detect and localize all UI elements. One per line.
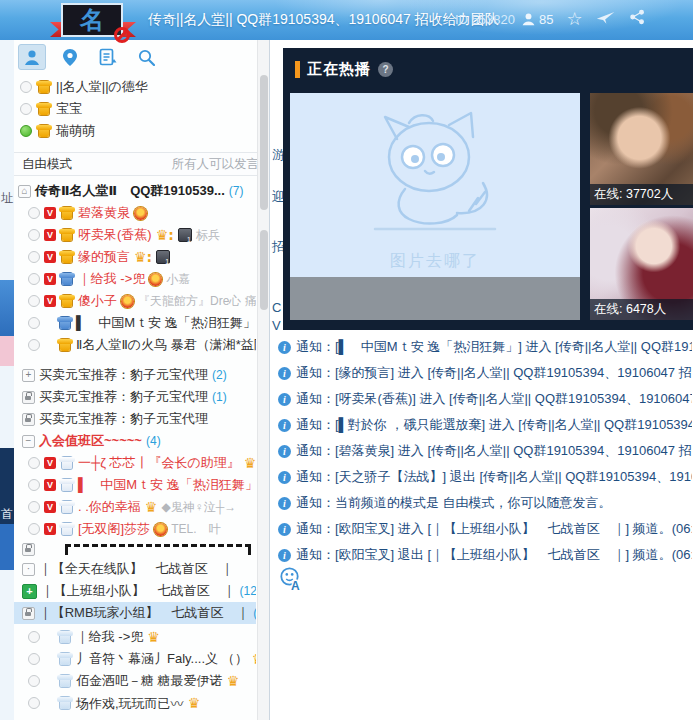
member-name: 一┼ζ 芯芯丨『会长の助理』 bbox=[78, 454, 240, 472]
member-name: . .你的幸福 bbox=[78, 498, 141, 516]
scrollbar-thumb[interactable] bbox=[260, 75, 268, 210]
fly-plane-icon[interactable] bbox=[596, 10, 616, 29]
member-suffix: 标兵 bbox=[196, 227, 220, 244]
gold-vest-icon bbox=[39, 81, 49, 93]
v-badge-icon bbox=[44, 273, 56, 285]
member-name: ｜给我 ->兜 bbox=[76, 628, 143, 646]
member-row[interactable]: ｜给我 ->兜 小嘉 bbox=[14, 268, 256, 290]
lightblue-vest-icon bbox=[60, 631, 70, 643]
team-channel-row[interactable]: ｜【上班组小队】 七战首区 ｜ (12) bbox=[14, 580, 256, 602]
member-row[interactable]: ▌ 中国Mｔ安 逸「热泪狂舞」 bbox=[14, 474, 256, 496]
promo-title: 正在热播 bbox=[307, 60, 371, 79]
channel-row[interactable]: 买卖元宝推荐：豹子元宝代理 (1) bbox=[14, 386, 256, 408]
member-row[interactable]: . .你的幸福 ◆鬼神♀泣┼→ bbox=[14, 496, 256, 518]
member-row[interactable]: 傻小子 『天龍館方』Dre心 痛 bbox=[14, 290, 256, 312]
lock-icon bbox=[22, 607, 35, 620]
member-row[interactable]: ｜给我 ->兜 bbox=[14, 626, 256, 648]
question-icon[interactable] bbox=[378, 62, 393, 77]
crown-icon bbox=[134, 250, 152, 264]
sidebar-scrollbar[interactable] bbox=[257, 40, 269, 720]
info-icon bbox=[278, 393, 291, 406]
location-pin-icon[interactable] bbox=[56, 44, 84, 70]
v-badge-icon bbox=[44, 479, 56, 491]
member-tab-icon[interactable] bbox=[18, 44, 46, 70]
channel-name: 传奇Ⅱ名人堂Ⅱ QQ群1910539... bbox=[35, 182, 225, 200]
clipped-chat-text: V bbox=[272, 318, 281, 333]
channel-row[interactable]: 买卖元宝推荐：豹子元宝代理 (2) bbox=[14, 364, 256, 386]
channel-name: ｜【RMB玩家小组】 七战首区 ｜ bbox=[39, 604, 249, 622]
notification-row: 通知：[▌ 中国Mｔ安 逸「热泪狂舞」] 进入 [传奇||名人堂|| QQ群19… bbox=[278, 334, 692, 360]
divider-channel-row[interactable] bbox=[14, 540, 256, 558]
channel-count: (7) bbox=[229, 184, 244, 198]
gold-vest-icon bbox=[39, 103, 49, 115]
status-radio bbox=[28, 317, 40, 329]
lock-icon bbox=[22, 391, 35, 404]
channel-header-row[interactable]: 传奇Ⅱ名人堂Ⅱ QQ群1910539... (7) bbox=[14, 180, 256, 202]
notification-row: 通知：当前频道的模式是 自由模式，你可以随意发言。 bbox=[278, 490, 692, 516]
status-radio bbox=[28, 229, 40, 241]
section-row[interactable]: 入会值班区~~~~~ (4) bbox=[14, 430, 256, 452]
favorite-star-icon[interactable]: ☆ bbox=[566, 10, 582, 28]
member-count: 85 bbox=[521, 12, 553, 27]
team-channel-row[interactable]: ｜【全天在线队】 七战首区 ｜ bbox=[14, 558, 256, 580]
live-thumbnail[interactable]: 在线: 6478人 bbox=[590, 208, 693, 320]
channel-count: (2) bbox=[212, 368, 227, 382]
member-row[interactable]: ▌ 中国Mｔ安 逸「热泪狂舞」 bbox=[14, 312, 256, 334]
status-radio bbox=[28, 697, 40, 709]
member-row[interactable]: 缘的预言 bbox=[14, 246, 256, 268]
section-name: 入会值班区~~~~~ bbox=[39, 432, 142, 450]
member-row[interactable]: 一┼ζ 芯芯丨『会长の助理』 bbox=[14, 452, 256, 474]
lightblue-vest-icon bbox=[60, 675, 70, 687]
collapse-icon[interactable] bbox=[22, 435, 35, 448]
member-suffix: 小嘉 bbox=[166, 271, 190, 288]
online-member-row[interactable]: ||名人堂||の德华 bbox=[14, 76, 254, 98]
notification-row: 通知：[缘的预言] 进入 [传奇||名人堂|| QQ群19105394、1910… bbox=[278, 360, 692, 386]
online-member-list: ||名人堂||の德华 宝宝 瑞萌萌 bbox=[14, 76, 254, 142]
online-count-caption: 在线: 6478人 bbox=[590, 299, 693, 320]
member-name: Ⅱ名人堂Ⅱの火鸟 暴君（潇湘*益阳 bbox=[76, 336, 256, 354]
share-icon[interactable] bbox=[629, 9, 646, 29]
member-row[interactable]: 丿音符丶幕涵丿Faly....义 （） bbox=[14, 648, 256, 670]
desktop-background-sliver: 址 首 bbox=[0, 40, 14, 720]
channel-row[interactable]: 买卖元宝推荐：豹子元宝代理 bbox=[14, 408, 256, 430]
search-icon[interactable] bbox=[132, 44, 160, 70]
channel-box-icon bbox=[22, 563, 35, 576]
green-plus-icon[interactable] bbox=[22, 584, 37, 599]
member-row[interactable]: 碧落黄泉 bbox=[14, 202, 256, 224]
gold-vest-icon bbox=[62, 295, 72, 307]
team-channel-row-selected[interactable]: ｜【RMB玩家小组】 七战首区 ｜ (15) bbox=[14, 602, 256, 624]
status-radio bbox=[28, 251, 40, 263]
member-row[interactable]: Ⅱ名人堂Ⅱの火鸟 暴君（潇湘*益阳 bbox=[14, 334, 256, 356]
member-row[interactable]: 场作戏,玩玩而已〰 bbox=[14, 692, 256, 714]
v-badge-icon bbox=[44, 501, 56, 513]
emoticon-button[interactable]: A bbox=[278, 566, 304, 596]
notification-row: 通知：[天之骄子【法战】] 退出 [传奇||名人堂|| QQ群19105394、… bbox=[278, 464, 692, 490]
info-icon bbox=[278, 419, 291, 432]
member-name: 场作戏,玩玩而已〰 bbox=[76, 693, 184, 713]
member-row[interactable]: 佰金酒吧－糖 糖最爱伊诺 bbox=[14, 670, 256, 692]
member-name: [无双阁]莎莎 bbox=[78, 520, 150, 538]
live-thumbnail[interactable]: 在线: 37702人 bbox=[590, 93, 693, 205]
background-text: 址 bbox=[1, 190, 13, 207]
expand-icon[interactable] bbox=[22, 369, 35, 382]
member-row[interactable]: [无双阁]莎莎 TEL. 叶 bbox=[14, 518, 256, 540]
status-radio bbox=[28, 653, 40, 665]
notification-text: 通知：[天之骄子【法战】] 退出 [传奇||名人堂|| QQ群19105394、… bbox=[296, 468, 692, 486]
member-name: ||名人堂||の德华 bbox=[56, 78, 148, 96]
member-row[interactable]: 呀卖呆(香蕉) 标兵 bbox=[14, 224, 256, 246]
channel-name: ｜【上班组小队】 七战首区 ｜ bbox=[41, 582, 235, 600]
v-badge-icon bbox=[44, 229, 56, 241]
status-radio bbox=[28, 479, 40, 491]
online-member-row[interactable]: 宝宝 bbox=[14, 98, 254, 120]
status-radio bbox=[28, 501, 40, 513]
white-vest-icon bbox=[62, 479, 72, 491]
scrollbar-thumb[interactable] bbox=[260, 230, 268, 310]
player-control-bar bbox=[290, 277, 580, 320]
gold-vest-icon bbox=[62, 229, 72, 241]
status-radio bbox=[28, 339, 40, 351]
video-placeholder: 图片去哪了 bbox=[290, 93, 580, 320]
online-member-row[interactable]: 瑞萌萌 bbox=[14, 120, 254, 142]
member-name: ｜给我 ->兜 bbox=[78, 270, 145, 288]
member-name: ▌ 中国Mｔ安 逸「热泪狂舞」 bbox=[78, 476, 256, 494]
channel-log-icon[interactable] bbox=[94, 44, 122, 70]
